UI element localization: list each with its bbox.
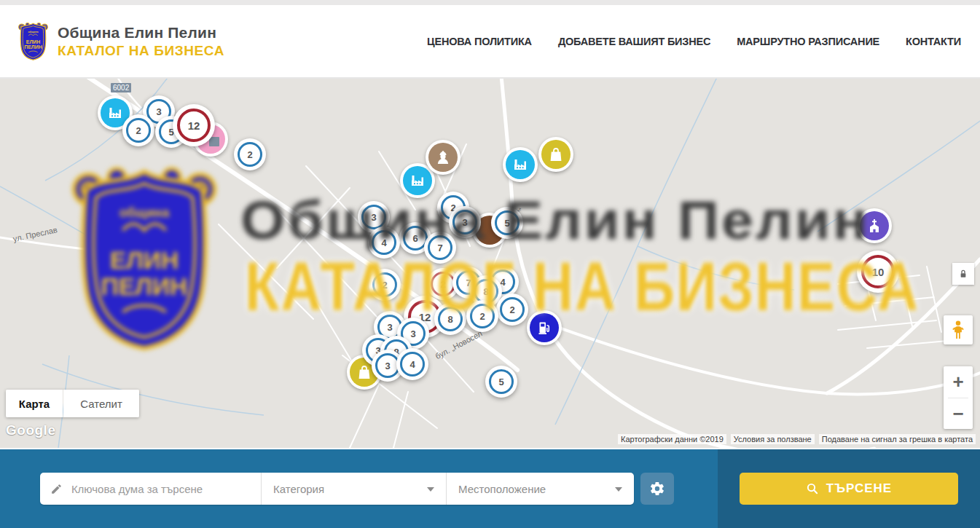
fuel-icon [530,313,559,342]
lock-control[interactable] [952,263,974,285]
zoom-control: + − [944,366,973,429]
cluster-count: 2 [431,272,455,296]
main-nav: ЦЕНОВА ПОЛИТИКА ДОБАВЕТЕ ВАШИЯТ БИЗНЕС М… [427,36,961,47]
cluster-count: 12 [177,109,211,142]
brand[interactable]: община ЕЛИН ПЕЛИН Община Елин Пелин КАТА… [16,21,224,62]
cluster-count: 2 [238,142,262,167]
zoom-in-button[interactable]: + [944,366,973,398]
brand-title: Община Елин Пелин [58,24,224,42]
brand-subtitle: КАТАЛОГ НА БИЗНЕСА [58,43,224,59]
search-button[interactable]: ТЪРСЕНЕ [740,473,958,505]
cluster-marker[interactable]: 4 [396,348,428,380]
search-icon [806,482,819,495]
gear-icon [649,481,665,497]
markers-layer: 325122233564722748212823338345106002ул. … [0,79,980,448]
keyword-field[interactable] [40,473,261,505]
search-button-label: ТЪРСЕНЕ [826,481,892,496]
cluster-marker[interactable]: 5 [485,366,517,398]
cluster-count: 8 [438,307,463,331]
lock-icon [957,268,969,280]
cluster-marker[interactable]: 2 [122,114,154,146]
cluster-count: 3 [361,205,386,229]
keyword-input[interactable] [70,482,251,496]
chevron-down-icon [615,487,622,495]
cluster-marker[interactable]: 10 [857,251,899,293]
map-canvas[interactable]: 325122233564722748212823338345106002ул. … [0,79,980,448]
search-bar: Категория Местоположение ТЪРСЕНЕ [0,449,980,528]
road-number-label: 6002 [111,83,131,92]
bag-pin-marker[interactable] [538,137,573,172]
category-select-value: Категория [273,483,324,495]
attribution-terms-link[interactable]: Условия за ползване [731,434,815,444]
map-type-satellite-button[interactable]: Сателит [63,390,139,417]
svg-text:ПЕЛИН: ПЕЛИН [24,44,42,50]
nav-item-route-schedule[interactable]: МАРШРУТНО РАЗПИСАНИЕ [737,36,879,47]
nav-item-add-business[interactable]: ДОБАВЕТЕ ВАШИЯТ БИЗНЕС [558,36,710,47]
cluster-marker[interactable]: 2 [466,300,498,332]
cluster-marker[interactable]: 4 [368,226,400,259]
cluster-marker[interactable]: 12 [173,104,215,146]
attribution-report-error-link[interactable]: Подаване на сигнал за грешка в картата [819,434,976,444]
map-type-control: Карта Сателит [6,390,139,417]
cluster-count: 4 [400,352,425,377]
cluster-marker[interactable]: 3 [449,206,481,238]
cluster-count: 2 [372,272,397,297]
cluster-count: 2 [470,304,495,328]
location-select-value: Местоположение [458,483,546,495]
factory-icon [506,150,535,179]
cluster-count: 7 [428,235,452,260]
cluster-count: 3 [452,210,477,235]
cluster-count: 5 [495,210,520,235]
worker-icon [428,143,458,172]
street-name-label: бул. „Новосел [434,328,483,360]
google-logo[interactable]: Google [6,422,55,438]
municipality-emblem-logo: община ЕЛИН ПЕЛИН [16,21,50,62]
nav-item-pricing[interactable]: ЦЕНОВА ПОЛИТИКА [427,36,532,47]
street-view-pegman[interactable] [944,315,973,344]
nav-item-contacts[interactable]: КОНТАКТИ [906,36,961,47]
cluster-marker[interactable]: 7 [424,232,456,264]
top-strip [0,0,980,5]
fuel-pin-marker[interactable] [527,310,562,345]
pegman-icon [949,319,968,341]
bag-icon [541,140,571,169]
cluster-count: 2 [500,297,525,322]
search-fields-group: Категория Местоположение [40,473,634,505]
cluster-marker[interactable]: 2 [369,269,401,301]
street-name-label: ул. Преслав [12,225,58,243]
category-select[interactable]: Категория [261,473,446,505]
svg-text:ЕЛИН: ЕЛИН [26,39,41,44]
cluster-count: 2 [126,118,151,143]
pencil-icon [50,482,63,496]
cluster-marker[interactable]: 2 [234,138,266,170]
cluster-marker[interactable]: 8 [434,303,466,335]
cluster-marker[interactable]: 2 [496,293,528,326]
chevron-down-icon [427,487,434,495]
search-button-panel: ТЪРСЕНЕ [718,449,980,528]
cluster-marker[interactable]: 5 [491,207,523,239]
road-number-label [209,137,219,146]
factory-pin-marker[interactable] [503,147,538,182]
zoom-out-button[interactable]: − [944,398,973,430]
cluster-count: 10 [861,255,895,288]
map-attribution: Картографски данни ©2019 Условия за полз… [618,434,976,444]
location-select[interactable]: Местоположение [446,473,634,505]
map-type-map-button[interactable]: Карта [6,390,63,417]
header: община ЕЛИН ПЕЛИН Община Елин Пелин КАТА… [0,5,980,79]
cluster-count: 5 [489,369,514,394]
church-icon [860,211,889,240]
worker-pin-marker[interactable] [426,140,460,175]
cluster-count: 4 [372,230,396,255]
church-pin-marker[interactable] [857,208,892,243]
svg-text:община: община [28,30,39,33]
attribution-copyright: Картографски данни ©2019 [618,434,726,444]
advanced-settings-button[interactable] [640,473,674,505]
